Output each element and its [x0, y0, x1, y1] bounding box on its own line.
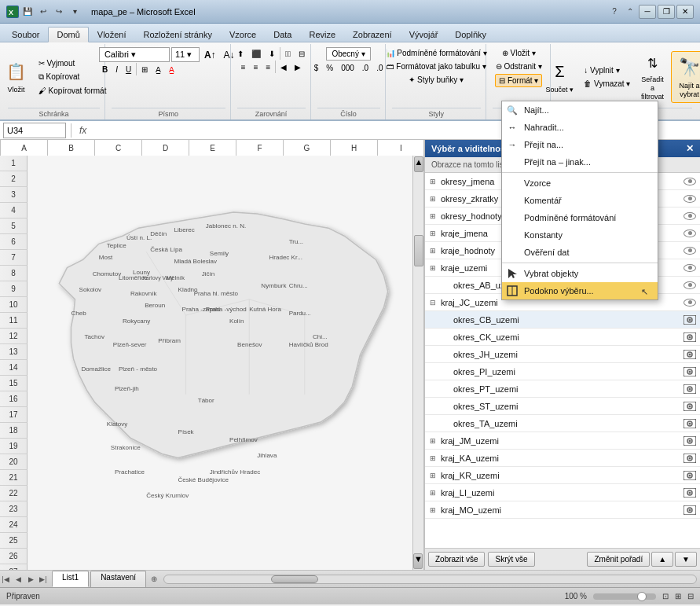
find-select-btn[interactable]: 🔭 Najít a vybrat — [671, 51, 700, 103]
row-23[interactable]: 23 — [0, 501, 27, 517]
row-13[interactable]: 13 — [0, 344, 27, 360]
font-size-dropdown[interactable]: 11 ▾ — [171, 47, 200, 62]
menu-goto-special[interactable]: Přejít na – jinak... — [502, 153, 658, 171]
row-22[interactable]: 22 — [0, 486, 27, 501]
menu-constants[interactable]: Konstanty — [502, 226, 658, 244]
top-align-btn[interactable]: ⬆ — [234, 47, 247, 60]
row-20[interactable]: 20 — [0, 454, 27, 470]
change-order-btn[interactable]: Změnit pořadí — [587, 552, 650, 567]
row-1[interactable]: 1 — [0, 156, 27, 171]
list-item-okres-ck[interactable]: okres_CK_uzemi — [425, 329, 700, 346]
row-17[interactable]: 17 — [0, 407, 27, 423]
middle-align-btn[interactable]: ⬛ — [248, 47, 264, 60]
close-btn[interactable]: ✕ — [676, 5, 694, 19]
font-name-dropdown[interactable]: Calibri ▾ — [99, 47, 170, 62]
row-18[interactable]: 18 — [0, 423, 27, 439]
hide-all-btn[interactable]: Skrýt vše — [488, 552, 534, 567]
scroll-up-btn[interactable]: ▲ — [414, 156, 423, 172]
sheet-nav-last[interactable]: ▶| — [38, 574, 49, 585]
menu-data-validation[interactable]: Ověření dat — [502, 244, 658, 261]
name-box[interactable]: U34 — [3, 123, 66, 138]
font-color-btn[interactable]: A̲ — [166, 64, 178, 75]
format-as-table-btn[interactable]: 🗃 Formátovat jako tabulku ▾ — [383, 61, 489, 72]
list-item-okres-pi[interactable]: okres_PI_uzemi — [425, 363, 700, 380]
row-24[interactable]: 24 — [0, 517, 27, 533]
col-header-i[interactable]: I — [378, 140, 424, 156]
sheet-nav-next[interactable]: ▶ — [25, 574, 36, 585]
insert-cells-btn[interactable]: ⊕ Vložit ▾ — [499, 47, 539, 59]
col-header-f[interactable]: F — [236, 140, 284, 156]
menu-selection-pane[interactable]: Podokno výběru... — [502, 282, 658, 299]
list-item-kraj-kr[interactable]: ⊞ kraj_KR_uzemi — [425, 467, 700, 484]
center-align-btn[interactable]: ≡ — [251, 61, 262, 73]
expand-icon-kraj-mo[interactable]: ⊞ — [428, 505, 438, 515]
col-header-e[interactable]: E — [189, 140, 236, 156]
expand-icon-okresy-jmena[interactable]: ⊞ — [428, 177, 438, 186]
row-15[interactable]: 15 — [0, 376, 27, 391]
ribbon-toggle-btn[interactable]: ⌃ — [623, 5, 637, 19]
eye-btn-okres-cb[interactable] — [683, 313, 697, 327]
hscrollbar-track[interactable] — [163, 575, 697, 584]
view-normal-btn[interactable]: ⊡ — [662, 592, 669, 600]
sheet-nav-prev[interactable]: ◀ — [13, 574, 24, 585]
row-11[interactable]: 11 — [0, 313, 27, 329]
eye-btn-okres-pi[interactable] — [683, 365, 697, 379]
row-26[interactable]: 26 — [0, 549, 27, 564]
tab-revize[interactable]: Revize — [300, 27, 344, 42]
thousands-btn[interactable]: 000 — [338, 62, 357, 74]
format-btn[interactable]: ⊟ Formát ▾ — [495, 74, 542, 87]
menu-comments[interactable]: Komentář — [502, 192, 658, 209]
row-8[interactable]: 8 — [0, 266, 27, 281]
currency-btn[interactable]: $ — [311, 62, 322, 74]
quick-redo-btn[interactable]: ↪ — [52, 5, 66, 19]
row-5[interactable]: 5 — [0, 219, 27, 234]
fill-btn[interactable]: ↓ Vyplnit ▾ — [581, 64, 633, 76]
map-vscrollbar[interactable]: ▲ ▼ — [412, 156, 423, 570]
quick-undo-btn[interactable]: ↩ — [36, 5, 50, 19]
move-down-btn[interactable]: ▼ — [675, 552, 697, 567]
eye-btn-kraje-hodnoty[interactable] — [683, 244, 697, 258]
eye-btn-okres-ta[interactable] — [683, 417, 697, 431]
sheet-nav-first[interactable]: |◀ — [0, 574, 11, 585]
cell-styles-btn[interactable]: ✦ Styly buňky ▾ — [405, 74, 467, 86]
col-header-b[interactable]: B — [48, 140, 95, 156]
bold-btn[interactable]: B — [99, 64, 111, 75]
menu-select-objects[interactable]: Vybrat objekty — [502, 265, 658, 282]
eye-btn-kraj-jm[interactable] — [683, 434, 697, 448]
scroll-thumb[interactable] — [414, 235, 423, 266]
menu-find[interactable]: 🔍 Najít... — [502, 101, 658, 119]
expand-icon-okresy-hodnoty[interactable]: ⊞ — [428, 211, 438, 221]
border-btn[interactable]: ⊞ — [138, 64, 151, 75]
add-sheet-btn[interactable]: ⊕ — [148, 571, 160, 587]
bottom-align-btn[interactable]: ⬇ — [266, 47, 278, 60]
tab-vlozeni[interactable]: Vložení — [89, 27, 135, 42]
list-item-okres-jh[interactable]: okres_JH_uzemi — [425, 346, 700, 363]
tab-domu[interactable]: Domů — [48, 27, 88, 42]
eye-btn-okres-pt[interactable] — [683, 382, 697, 396]
col-header-g[interactable]: G — [284, 140, 331, 156]
row-2[interactable]: 2 — [0, 171, 27, 187]
expand-icon-kraj-jm[interactable]: ⊞ — [428, 436, 438, 446]
eye-btn-kraje-jmena[interactable] — [683, 226, 697, 241]
row-21[interactable]: 21 — [0, 470, 27, 486]
eye-btn-kraj-mo[interactable] — [683, 503, 697, 517]
eye-btn-okres-ab[interactable] — [683, 278, 697, 292]
right-align-btn[interactable]: ≡ — [263, 61, 274, 73]
row-4[interactable]: 4 — [0, 203, 27, 219]
tab-soubor[interactable]: Soubor — [3, 27, 48, 42]
left-align-btn[interactable]: ≡ — [238, 61, 249, 73]
row-9[interactable]: 9 — [0, 281, 27, 297]
show-all-btn[interactable]: Zobrazit vše — [428, 552, 485, 567]
help-btn[interactable]: ? — [607, 5, 621, 19]
tab-vzorce[interactable]: Vzorce — [221, 27, 265, 42]
eye-btn-kraj-jc[interactable] — [683, 296, 697, 310]
wrap-text-btn[interactable]: ↵⃞ — [282, 47, 294, 60]
expand-icon-kraj-kr[interactable]: ⊞ — [428, 471, 438, 480]
expand-icon-okresy-zkratky[interactable]: ⊞ — [428, 194, 438, 204]
dec-inc-btn[interactable]: .0 — [359, 62, 372, 74]
view-pagebreak-btn[interactable]: ⊟ — [687, 592, 694, 600]
sheet-tab-nastaveni[interactable]: Nastavení — [90, 571, 146, 587]
list-item-kraj-ka[interactable]: ⊞ kraj_KA_uzemi — [425, 450, 700, 467]
paste-btn[interactable]: 📋 Vložit — [0, 51, 34, 103]
conditional-format-btn[interactable]: 📊 Podmíněné formátování ▾ — [383, 47, 490, 59]
